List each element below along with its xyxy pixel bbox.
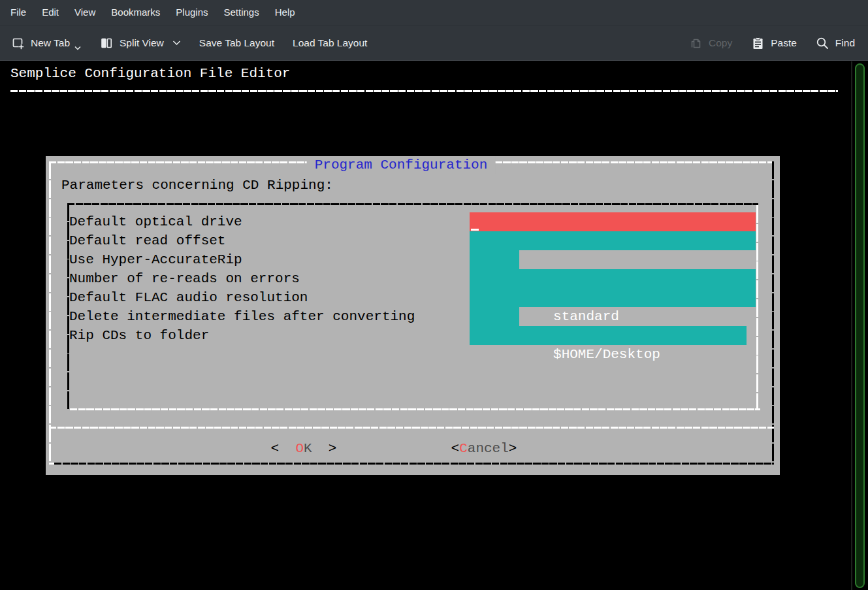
- dialog-title: Program Configuration: [307, 156, 496, 174]
- field-input-rip-cds-to-folder[interactable]: $HOME/Desktop: [470, 326, 747, 345]
- tui-title-rule: [10, 90, 838, 92]
- new-tab-icon: [10, 36, 25, 50]
- menu-plugins[interactable]: Plugins: [168, 0, 216, 25]
- tui-app-title: Semplice Configuration File Editor: [10, 64, 290, 83]
- new-tab-chevron-down-icon[interactable]: [74, 46, 81, 50]
- copy-button[interactable]: Copy: [688, 36, 732, 50]
- program-configuration-dialog: Program Configuration Parameters concern…: [46, 156, 780, 475]
- form-row: Delete intermediate files after converti…: [46, 307, 780, 326]
- field-label-default-optical-drive: Default optical drive: [69, 212, 242, 231]
- paste-button[interactable]: Paste: [750, 36, 797, 50]
- tool-bar: New Tab Split View Save Tab Layo: [0, 25, 868, 61]
- split-view-icon: [99, 36, 114, 50]
- field-label-default-read-offset: Default read offset: [69, 231, 225, 250]
- dialog-border-bottom: [54, 463, 774, 465]
- save-tab-layout-button[interactable]: Save Tab Layout: [199, 37, 274, 49]
- form-row: Default read offset: [46, 231, 780, 250]
- ok-button[interactable]: < OK >: [271, 439, 337, 458]
- scrollbar-track-divider: [851, 61, 852, 590]
- dialog-border-corner: [49, 463, 54, 465]
- field-input-delete-intermediate-files[interactable]: yes: [470, 307, 519, 326]
- dialog-subtitle: Parameters concerning CD Ripping:: [61, 176, 333, 195]
- field-label-use-hyper-accuraterip: Use Hyper-AccurateRip: [69, 250, 242, 269]
- field-label-flac-audio-resolution: Default FLAC audio resolution: [69, 288, 308, 307]
- form-box-border-top: [67, 203, 758, 205]
- menu-file[interactable]: File: [3, 0, 34, 25]
- form-row: Default FLAC audio resolution standard: [46, 288, 780, 307]
- menu-help[interactable]: Help: [267, 0, 303, 25]
- field-label-rip-cds-to-folder: Rip CDs to folder: [69, 326, 209, 345]
- split-view-chevron-down-icon: [172, 40, 181, 46]
- paste-icon: [750, 36, 765, 50]
- menu-view[interactable]: View: [67, 0, 103, 25]
- field-input-flac-audio-resolution[interactable]: standard: [470, 288, 756, 307]
- load-tab-layout-button[interactable]: Load Tab Layout: [293, 37, 367, 49]
- field-input-default-optical-drive[interactable]: /dev/cdrom: [470, 212, 756, 231]
- save-tab-layout-label: Save Tab Layout: [199, 37, 274, 49]
- paste-label: Paste: [771, 37, 797, 49]
- form-row: Number of re-reads on errors 40: [46, 269, 780, 288]
- find-button[interactable]: Find: [815, 36, 855, 50]
- field-label-delete-intermediate-files: Delete intermediate files after converti…: [69, 307, 415, 326]
- field-input-default-read-offset[interactable]: [470, 231, 756, 250]
- copy-icon: [688, 36, 703, 50]
- new-tab-label: New Tab: [31, 37, 70, 49]
- form-row: Default optical drive /dev/cdrom: [46, 212, 780, 231]
- terminal-view[interactable]: Semplice Configuration File Editor Progr…: [0, 61, 868, 590]
- menu-settings[interactable]: Settings: [216, 0, 267, 25]
- konsole-window: File Edit View Bookmarks Plugins Setting…: [0, 0, 868, 590]
- search-icon: [815, 36, 829, 50]
- field-input-use-hyper-accuraterip[interactable]: no: [470, 250, 519, 269]
- find-label: Find: [835, 37, 855, 49]
- menu-edit[interactable]: Edit: [34, 0, 67, 25]
- cancel-button[interactable]: <Cancel>: [451, 439, 517, 458]
- load-tab-layout-label: Load Tab Layout: [293, 37, 367, 49]
- button-separator: [49, 427, 774, 429]
- split-view-label: Split View: [120, 37, 164, 49]
- new-tab-button[interactable]: New Tab: [10, 35, 81, 50]
- menu-bar: File Edit View Bookmarks Plugins Setting…: [0, 0, 868, 25]
- field-input-number-of-re-reads[interactable]: 40: [470, 269, 756, 288]
- copy-label: Copy: [709, 37, 732, 49]
- text-cursor: [471, 229, 479, 231]
- form-box-border-bottom: [70, 408, 760, 410]
- scrollbar-handle[interactable]: [855, 63, 865, 588]
- menu-bookmarks[interactable]: Bookmarks: [103, 0, 168, 25]
- form-row: Rip CDs to folder $HOME/Desktop: [46, 326, 780, 345]
- form-row: Use Hyper-AccurateRip no: [46, 250, 780, 269]
- split-view-button[interactable]: Split View: [99, 36, 181, 50]
- field-label-number-of-re-reads: Number of re-reads on errors: [69, 269, 300, 288]
